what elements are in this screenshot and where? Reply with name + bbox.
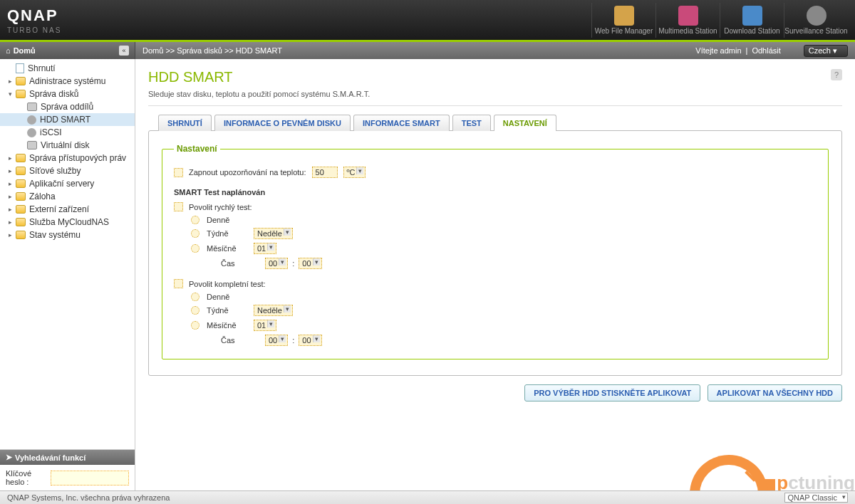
temp-value-input[interactable]: 50 bbox=[312, 167, 338, 178]
rapid-test-checkbox[interactable] bbox=[174, 202, 183, 211]
action-row: PRO VÝBĚR HDD STISKNĚTE APLIKOVAT APLIKO… bbox=[148, 384, 842, 401]
rapid-weekly-radio[interactable] bbox=[191, 229, 200, 238]
app-surveillance-station[interactable]: Surveillance Station bbox=[784, 3, 848, 38]
home-link[interactable]: ⌂ Domů bbox=[6, 46, 36, 55]
main-layout: Shrnutí▸Adinistrace systému▾Správa disků… bbox=[0, 59, 855, 490]
search-label: Klíčové heslo : bbox=[6, 469, 48, 486]
sidebar-item-s-ov-slu-by[interactable]: ▸Síťové služby bbox=[0, 164, 135, 177]
sidebar-item-spr-va-odd-l-[interactable]: Správa oddílů bbox=[0, 100, 135, 113]
sidebar-item-adinistrace-syst-mu[interactable]: ▸Adinistrace systému bbox=[0, 75, 135, 88]
sidebar: Shrnutí▸Adinistrace systému▾Správa disků… bbox=[0, 59, 135, 490]
tab-informace-o-pevn-m-disku[interactable]: INFORMACE O PEVNÉM DISKU bbox=[214, 115, 351, 131]
temp-unit-select[interactable]: ºC bbox=[343, 167, 366, 178]
sidebar-item-virtu-ln-disk[interactable]: Virtuální disk bbox=[0, 139, 135, 152]
full-min-select[interactable]: 00 bbox=[299, 335, 321, 346]
logout-link[interactable]: Odhlásit bbox=[752, 46, 780, 55]
apply-all-hdd-button[interactable]: APLIKOVAT NA VŠECHNY HDD bbox=[708, 384, 842, 401]
sidebar-item-iscsi[interactable]: iSCSI bbox=[0, 126, 135, 139]
disk-icon bbox=[27, 103, 37, 111]
nav-tree: Shrnutí▸Adinistrace systému▾Správa disků… bbox=[0, 59, 135, 449]
rapid-hour-select[interactable]: 00 bbox=[265, 258, 288, 269]
page-title: HDD SMART bbox=[148, 69, 842, 85]
folder-icon bbox=[16, 192, 26, 201]
copyright: QNAP Systems, Inc. všechna práva vyhraze… bbox=[7, 493, 170, 502]
sidebar-item-hdd-smart[interactable]: HDD SMART bbox=[0, 113, 135, 126]
app-download-station[interactable]: Download Station bbox=[720, 3, 784, 38]
disk-icon bbox=[27, 141, 37, 149]
rapid-min-select[interactable]: 00 bbox=[299, 258, 321, 269]
tab-nastaven-[interactable]: NASTAVENÍ bbox=[494, 115, 556, 131]
settings-fieldset: Nastavení Zapnout upozorňování na teplot… bbox=[162, 144, 829, 359]
full-test-label: Povolit kompletní test: bbox=[189, 280, 266, 288]
sidebar-item-shrnut-[interactable]: Shrnutí bbox=[0, 62, 135, 75]
folder-icon bbox=[16, 218, 26, 226]
folder-open-icon bbox=[16, 90, 26, 98]
help-icon[interactable]: ? bbox=[831, 69, 842, 80]
full-weekly-radio[interactable] bbox=[191, 306, 200, 315]
sidebar-header: ⌂ Domů « bbox=[0, 42, 135, 59]
folder-icon bbox=[16, 179, 26, 188]
full-test-checkbox[interactable] bbox=[174, 279, 183, 288]
welcome-text: Vítejte admin bbox=[695, 46, 741, 55]
fieldset-legend: Nastavení bbox=[174, 144, 220, 154]
collapse-sidebar-button[interactable]: « bbox=[119, 46, 129, 56]
doc-icon bbox=[16, 63, 24, 73]
sidebar-item-stav-syst-mu[interactable]: ▸Stav systému bbox=[0, 229, 135, 241]
tab-test[interactable]: TEST bbox=[452, 115, 491, 131]
temp-alarm-label: Zapnout upozorňování na teplotu: bbox=[189, 168, 306, 177]
sidebar-item-spr-va-p-stupov-ch-pr-v[interactable]: ▸Správa přístupových práv bbox=[0, 152, 135, 164]
sidebar-item-z-loha[interactable]: ▸Záloha bbox=[0, 190, 135, 203]
scheduled-title: SMART Test naplánován bbox=[174, 188, 817, 196]
gear-icon bbox=[27, 128, 36, 137]
page-desc: Sleduje stav disku, teplotu a použití po… bbox=[148, 90, 842, 106]
select-hdd-apply-button[interactable]: PRO VÝBĚR HDD STISKNĚTE APLIKOVAT bbox=[524, 384, 700, 401]
rapid-daily-radio[interactable] bbox=[191, 216, 200, 224]
full-hour-select[interactable]: 00 bbox=[265, 335, 288, 346]
search-panel: ➤ Vyhledávání funkcí Klíčové heslo : bbox=[0, 449, 135, 490]
folder-icon bbox=[16, 154, 26, 162]
brand-sub: TURBO NAS bbox=[7, 26, 591, 34]
rapid-test-label: Povolit rychlý test: bbox=[189, 203, 252, 211]
full-monthly-select[interactable]: 01 bbox=[254, 320, 276, 331]
subheader: ⌂ Domů « Domů >> Správa disků >> HDD SMA… bbox=[0, 42, 855, 59]
sidebar-item-extern-za-zen-[interactable]: ▸Externí zařízení bbox=[0, 203, 135, 216]
search-header: ➤ Vyhledávání funkcí bbox=[0, 450, 135, 465]
app-header: QNAP TURBO NAS Web File Manager Multimed… bbox=[0, 0, 855, 40]
tab-shrnut-[interactable]: SHRNUTÍ bbox=[158, 115, 212, 131]
app-web-file-manager[interactable]: Web File Manager bbox=[591, 3, 656, 38]
theme-select[interactable]: QNAP Classic bbox=[784, 493, 848, 503]
header-apps: Web File Manager Multimedia Station Down… bbox=[591, 3, 848, 38]
search-input[interactable] bbox=[51, 471, 129, 485]
full-weekly-select[interactable]: Neděle bbox=[254, 305, 293, 316]
breadcrumb[interactable]: Domů >> Správa disků >> HDD SMART bbox=[135, 46, 688, 55]
tabs: SHRNUTÍINFORMACE O PEVNÉM DISKUINFORMACE… bbox=[158, 115, 842, 131]
brand-logo: QNAP bbox=[7, 6, 591, 25]
folder-icon bbox=[16, 205, 26, 214]
content-area: ? HDD SMART Sleduje stav disku, teplotu … bbox=[135, 59, 855, 490]
language-select[interactable]: Czech ▾ bbox=[804, 45, 848, 57]
rapid-weekly-select[interactable]: Neděle bbox=[254, 228, 293, 239]
folder-icon bbox=[16, 231, 26, 239]
folder-icon bbox=[16, 77, 26, 85]
folder-icon bbox=[16, 167, 26, 175]
full-monthly-radio[interactable] bbox=[191, 321, 200, 330]
sidebar-item-spr-va-disk-[interactable]: ▾Správa disků bbox=[0, 88, 135, 100]
sidebar-item-slu-ba-mycloudnas[interactable]: ▸Služba MyCloudNAS bbox=[0, 216, 135, 229]
settings-panel: Nastavení Zapnout upozorňování na teplot… bbox=[148, 130, 842, 376]
temp-alarm-checkbox[interactable] bbox=[174, 168, 183, 177]
rapid-monthly-select[interactable]: 01 bbox=[254, 243, 276, 254]
full-daily-radio[interactable] bbox=[191, 293, 200, 301]
rapid-monthly-radio[interactable] bbox=[191, 244, 200, 253]
app-multimedia-station[interactable]: Multimedia Station bbox=[656, 3, 720, 38]
logo-area: QNAP TURBO NAS bbox=[7, 6, 591, 34]
footer: QNAP Systems, Inc. všechna práva vyhraze… bbox=[0, 490, 855, 504]
tab-informace-smart[interactable]: INFORMACE SMART bbox=[353, 115, 450, 131]
gear-icon bbox=[27, 115, 36, 125]
sidebar-item-aplika-n-servery[interactable]: ▸Aplikační servery bbox=[0, 177, 135, 190]
